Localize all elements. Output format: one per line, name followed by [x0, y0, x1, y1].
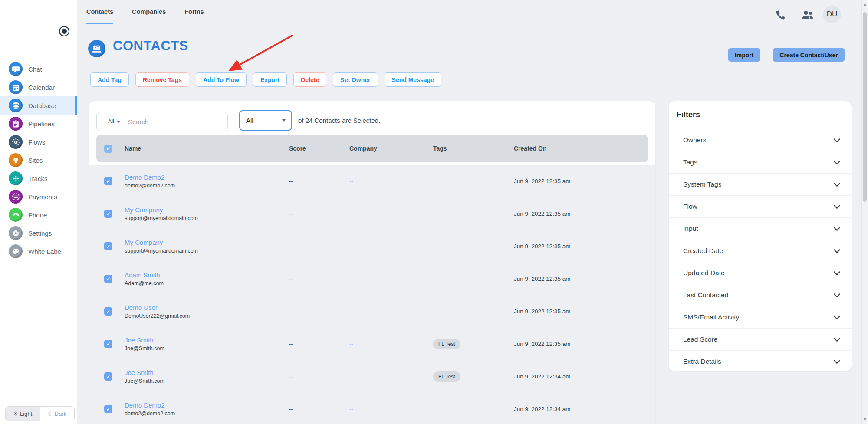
contact-company[interactable]: -- — [349, 243, 433, 250]
filter-item-created-date[interactable]: Created Date — [669, 240, 852, 262]
export-button[interactable]: Export — [253, 72, 287, 87]
contact-company[interactable]: -- — [349, 178, 433, 184]
filter-list: OwnersTagsSystem TagsFlowInputCreated Da… — [669, 129, 852, 372]
contact-company[interactable]: -- — [349, 406, 433, 412]
filter-item-system-tags[interactable]: System Tags — [669, 174, 852, 196]
row-checkbox[interactable] — [104, 177, 112, 185]
contact-email: Joe@Smith.com — [125, 378, 289, 384]
row-checkbox[interactable] — [104, 372, 112, 381]
pipelines-icon — [9, 117, 23, 131]
search-input[interactable] — [127, 118, 207, 126]
sidebar-item-sites[interactable]: Sites — [0, 151, 77, 169]
chevron-down-icon — [834, 357, 841, 364]
filter-label: Flow — [683, 203, 697, 210]
users-icon[interactable] — [801, 9, 814, 20]
search-box: All — [96, 112, 228, 131]
moon-icon: ☾ — [48, 411, 53, 417]
selection-dropdown[interactable]: All — [239, 110, 292, 131]
sidebar-item-database[interactable]: Database — [0, 96, 77, 115]
row-checkbox[interactable] — [104, 405, 112, 413]
sidebar-item-phone[interactable]: Phone — [0, 206, 77, 224]
filter-item-owners[interactable]: Owners — [669, 129, 852, 151]
contact-company[interactable]: -- — [349, 210, 433, 217]
tab-forms[interactable]: Forms — [184, 8, 204, 24]
contact-name-link[interactable]: Demo Demo2 — [125, 174, 289, 181]
contact-name-link[interactable]: Joe Smith — [125, 369, 289, 376]
sidebar-item-payments[interactable]: Payments — [0, 187, 77, 206]
contact-company[interactable]: -- — [349, 308, 433, 315]
row-checkbox[interactable] — [104, 340, 112, 348]
filter-item-input[interactable]: Input — [669, 218, 852, 240]
contact-company[interactable]: -- — [349, 373, 433, 380]
sidebar-item-label: Chat — [28, 66, 42, 73]
text-cursor — [254, 116, 255, 125]
filter-item-sms-email-activity[interactable]: SMS/Email Activity — [669, 306, 852, 329]
chevron-down-icon — [834, 158, 841, 165]
filter-item-tags[interactable]: Tags — [669, 151, 852, 174]
contact-created-on: Jun 9, 2022 12:35 am — [514, 178, 655, 184]
sites-icon — [9, 153, 23, 167]
scroll-up-arrow-icon[interactable] — [863, 3, 867, 6]
phone-icon — [9, 208, 23, 222]
import-button[interactable]: Import — [728, 48, 760, 62]
avatar[interactable]: DU — [823, 5, 841, 23]
scroll-down-arrow-icon[interactable] — [863, 418, 867, 421]
tab-companies[interactable]: Companies — [132, 8, 166, 24]
remove-tags-button[interactable]: Remove Tags — [135, 72, 189, 87]
filter-item-flow[interactable]: Flow — [669, 196, 852, 218]
contact-name-link[interactable]: Joe Smith — [125, 336, 289, 344]
vertical-scrollbar[interactable] — [861, 0, 868, 424]
sidebar-item-calendar[interactable]: Calendar — [0, 78, 77, 96]
add-to-flow-button[interactable]: Add To Flow — [196, 72, 247, 87]
sidebar-item-settings[interactable]: Settings — [0, 224, 77, 242]
table-row: Demo UserDemoUser222@gmail.com----Jun 9,… — [89, 295, 655, 328]
sidebar: ChatCalendarDatabasePipelinesFlowsSitesT… — [0, 0, 77, 424]
contact-email: Adam@me.com — [125, 280, 289, 286]
contact-name-link[interactable]: Demo User — [125, 304, 289, 311]
create-contact-user-button[interactable]: Create Contact/User — [773, 48, 845, 62]
theme-dark-button[interactable]: ☾Dark — [40, 407, 75, 421]
delete-button[interactable]: Delete — [293, 72, 326, 87]
filter-item-last-contacted[interactable]: Last Contacted — [669, 284, 852, 306]
sidebar-item-white-label[interactable]: White Label — [0, 242, 77, 260]
filters-panel: Filters OwnersTagsSystem TagsFlowInputCr… — [669, 101, 852, 371]
add-tag-button[interactable]: Add Tag — [90, 72, 129, 87]
contact-company[interactable]: -- — [349, 341, 433, 347]
contact-name-link[interactable]: Demo Demo2 — [125, 401, 289, 409]
set-owner-button[interactable]: Set Owner — [333, 72, 378, 87]
select-all-checkbox[interactable] — [104, 145, 112, 153]
search-scope-dropdown[interactable]: All — [108, 118, 120, 125]
chat-icon — [9, 62, 23, 76]
filter-item-lead-score[interactable]: Lead Score — [669, 329, 852, 351]
contact-name-link[interactable]: My Company — [125, 239, 289, 246]
contact-name-link[interactable]: Adam Smith — [125, 271, 289, 279]
contact-company[interactable]: -- — [349, 276, 433, 282]
row-checkbox[interactable] — [104, 307, 112, 316]
filter-item-extra-details[interactable]: Extra Details — [669, 351, 852, 372]
table-header: NameScoreCompanyTagsCreated On — [96, 135, 648, 162]
filter-item-updated-date[interactable]: Updated Date — [669, 262, 852, 284]
sidebar-item-chat[interactable]: Chat — [0, 60, 77, 78]
send-message-button[interactable]: Send Message — [385, 72, 441, 87]
contact-email: Joe@Smith.com — [125, 345, 289, 352]
record-icon[interactable] — [59, 26, 69, 36]
chevron-down-icon — [834, 136, 841, 143]
sidebar-item-label: Flows — [28, 138, 45, 146]
table-body: Demo Demo2demo2@demo2.com----Jun 9, 2022… — [89, 165, 655, 424]
theme-light-button[interactable]: ☀Light — [6, 407, 40, 421]
sidebar-item-pipelines[interactable]: Pipelines — [0, 115, 77, 133]
row-checkbox[interactable] — [104, 210, 112, 218]
sidebar-item-label: White Label — [28, 248, 62, 255]
sidebar-item-label: Database — [28, 102, 56, 109]
row-checkbox[interactable] — [104, 275, 112, 283]
sidebar-item-flows[interactable]: Flows — [0, 133, 77, 151]
scrollbar-thumb[interactable] — [863, 12, 867, 202]
phone-icon[interactable] — [775, 9, 786, 20]
row-checkbox[interactable] — [104, 242, 112, 250]
sidebar-item-tracks[interactable]: Tracks — [0, 169, 77, 187]
contact-score: -- — [289, 243, 349, 250]
tab-contacts[interactable]: Contacts — [86, 8, 113, 24]
contact-created-on: Jun 9, 2022 12:35 am — [514, 210, 655, 217]
contact-name-link[interactable]: My Company — [125, 206, 289, 214]
database-icon — [9, 99, 23, 112]
